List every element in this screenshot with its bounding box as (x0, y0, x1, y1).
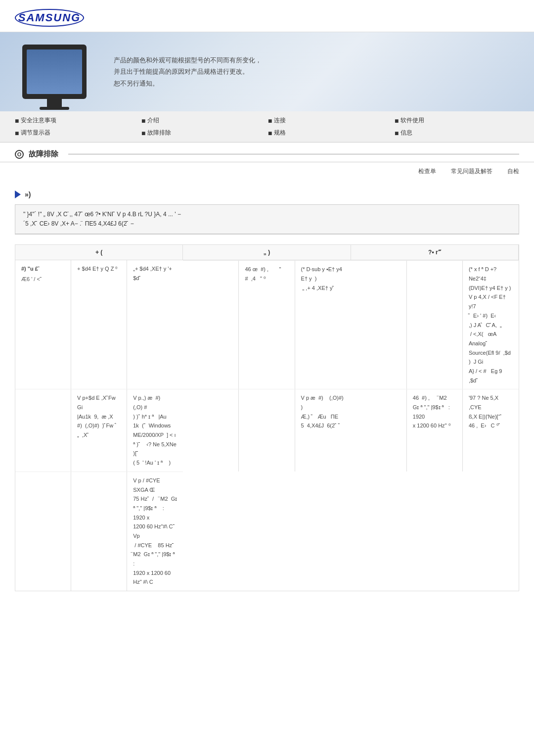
row3-col2 (407, 261, 463, 389)
main-table: + ( „ ) ?• r‴ #) "u £ ̄ Æ6 ' / < ̄ + $d4… (15, 244, 519, 591)
nav-item-troubleshoot[interactable]: ■ 故障排除 (141, 128, 266, 138)
row6-col1 (351, 389, 407, 472)
table-row-2: 46 œ #) , " # ,4 " ⁰ (* D·sub y •E† y4 E… (183, 260, 351, 389)
row4-col3: V p.,) æ #) (,O) # ) ) ̄ h* ɪ ª |Au 1k (… (127, 389, 183, 472)
hero-text: 产品的颜色和外观可能根据型号的不同而有所变化， 并且出于性能提高的原因对产品规格… (94, 45, 534, 99)
sub-nav-selftest[interactable]: 自检 (507, 167, 519, 176)
table-row-1: #) "u £ ̄ Æ6 ' / < ̄ + $d4 E† y Q Z ⁰ „+… (15, 260, 183, 389)
nav-label-troubleshoot: 故障排除 (147, 129, 171, 137)
monitor-screen (27, 49, 82, 94)
page-title-area: O 故障排除 (0, 142, 534, 162)
section-title: ») (25, 190, 31, 198)
row5-col3-content: V p æ #) (,O)#) ) Æ,) ̄ Æu ΠE 5 4,X4£J 6… (301, 393, 345, 430)
row2-col2-content: 46 œ #) , " # ,4 " ⁰ (245, 265, 288, 283)
row7-col1 (15, 472, 71, 591)
row1-col3: „+ $d4 ,XE† y '+ $d ̄ (127, 260, 183, 389)
header: SAMSUNG (0, 0, 534, 32)
hero-notice-line2: 并且出于性能提高的原因对产品规格进行更改。 (114, 66, 514, 77)
section-arrow-icon (15, 190, 21, 198)
page-title-divider (68, 154, 519, 154)
content-box: " }4"´ !" „ 8V ,X C ̈,, 47 ̄ œ6 ?• K'NI … (15, 204, 519, 235)
nav-item-info[interactable]: ■ 信息 (395, 128, 519, 138)
table-row-3: (* x f ª D +? Ne2˘4‡ (DVI)E† y4 E† y ) V… (351, 260, 519, 389)
row7-col3-content: V p / #CYE SXGA Œ 75 Hz ̄ / ̈M2 Gɪ ª ","… (133, 476, 177, 587)
nav-item-connect[interactable]: ■ 连接 (268, 115, 393, 126)
content-area: ») " }4"´ !" „ 8V ,X C ̈,, 47 ̄ œ6 ?• K'… (0, 181, 534, 606)
nav-bullet-2: ■ (141, 117, 145, 125)
row1-col1: #) "u £ ̄ Æ6 ' / < ̄ (15, 260, 71, 389)
samsung-logo-oval: SAMSUNG (15, 9, 84, 27)
row5-col2 (239, 389, 295, 472)
table-row-4: V p+$d E ,X ̄Fw Gi |Au1k 9, æ ,X #) (,O)… (15, 389, 183, 472)
row2-col1 (183, 261, 239, 389)
section-header: ») (15, 190, 519, 198)
nav-item-safety[interactable]: ■ 安全注意事项 (15, 115, 139, 126)
row4-col2: V p+$d E ,X ̄Fw Gi |Au1k 9, æ ,X #) (,O)… (71, 389, 127, 472)
nav-item-intro[interactable]: ■ 介绍 (141, 115, 266, 126)
col-header-3: ?• r‴ (351, 245, 519, 260)
content-header-line1: " }4"´ !" „ 8V ,X C ̈,, 47 ̄ œ6 ?• K'NI … (23, 210, 511, 219)
table-row-7: V p / #CYE SXGA Œ 75 Hz ̄ / ̈M2 Gɪ ª ","… (15, 472, 183, 591)
sub-nav-checklist[interactable]: 检查单 (418, 167, 436, 176)
monitor-shape (22, 45, 87, 99)
row3-col3-content: (* x f ª D +? Ne2˘4‡ (DVI)E† y4 E† y ) V… (469, 265, 513, 385)
row1-col2: + $d4 E† y Q Z ⁰ (71, 260, 127, 389)
row4-col1 (15, 389, 71, 472)
row7-col2 (71, 472, 127, 591)
row6-col3-content: '97 ? Ne 5,X ,CYE ß,X E|)|'Ne)[˘ ̄ 46 , … (469, 393, 513, 430)
row2-col3: (* D·sub y •E† y4 E† y ) „ ,+ 4 ,XE† y ̄ (295, 261, 351, 389)
nav-label-adjust: 调节显示器 (21, 129, 50, 137)
sub-nav-faq[interactable]: 常见问题及解答 (451, 167, 492, 176)
nav-bullet-7: ■ (268, 129, 272, 137)
row3-col1 (351, 261, 407, 389)
samsung-logo-text: SAMSUNG (18, 11, 81, 24)
nav-menu: ■ 安全注意事项 ■ 介绍 ■ 连接 ■ 软件使用 ■ 调节显示器 ■ 故障排除… (0, 111, 534, 142)
col-header-2: „ ) (183, 245, 351, 260)
row1-col1-title: #) "u £ ̄ (21, 264, 65, 274)
row1-col2-content: + $d4 E† y Q Z ⁰ (77, 264, 121, 274)
content-box-header: " }4"´ !" „ 8V ,X C ̈,, 47 ̄ œ6 ?• K'NI … (15, 205, 519, 234)
row6-col2: 46 #) , ̈M2 Gɪ ª "," |9$ɪ ª : 1920 x 120… (407, 389, 463, 472)
row1-col1-sub: Æ6 ' / < ̄ (21, 275, 65, 284)
row5-col3: V p æ #) (,O)#) ) Æ,) ̄ Æu ΠE 5 4,X4£J 6… (295, 389, 351, 472)
nav-item-adjust[interactable]: ■ 调节显示器 (15, 128, 139, 138)
title-icon: O (15, 150, 24, 159)
row6-col2-content: 46 #) , ̈M2 Gɪ ª "," |9$ɪ ª : 1920 x 120… (413, 393, 456, 430)
page-title-text: 故障排除 (29, 149, 58, 159)
hero-notice-line3: 恕不另行通知。 (114, 78, 514, 89)
nav-bullet-1: ■ (15, 117, 19, 125)
nav-bullet-4: ■ (395, 117, 399, 125)
nav-bullet-6: ■ (141, 129, 145, 137)
nav-item-software[interactable]: ■ 软件使用 (395, 115, 519, 126)
nav-label-software: 软件使用 (400, 116, 424, 125)
hero-notice-line1: 产品的颜色和外观可能根据型号的不同而有所变化， (114, 54, 514, 66)
monitor-stand (47, 99, 62, 107)
nav-bullet-3: ■ (268, 117, 272, 125)
sub-nav: 检查单 常见问题及解答 自检 (0, 162, 534, 181)
table-row-5: V p æ #) (,O)#) ) Æ,) ̄ Æu ΠE 5 4,X4£J 6… (183, 389, 351, 472)
nav-label-intro: 介绍 (147, 116, 159, 125)
row2-col3-content: (* D·sub y •E† y4 E† y ) „ ,+ 4 ,XE† y ̄ (301, 265, 345, 292)
nav-label-connect: 连接 (274, 116, 286, 125)
monitor-base (40, 107, 69, 110)
title-icon-text: O (17, 151, 22, 157)
nav-label-specs: 规格 (274, 129, 286, 137)
nav-item-specs[interactable]: ■ 规格 (268, 128, 393, 138)
col-header-1: + ( (15, 245, 183, 260)
hero-banner: 产品的颜色和外观可能根据型号的不同而有所变化， 并且出于性能提高的原因对产品规格… (0, 32, 534, 111)
nav-bullet-5: ■ (15, 129, 19, 137)
row4-col3-content: V p.,) æ #) (,O) # ) ) ̄ h* ɪ ª |Au 1k (… (133, 393, 177, 468)
nav-bullet-8: ■ (395, 129, 399, 137)
table-row-6: 46 #) , ̈M2 Gɪ ª "," |9$ɪ ª : 1920 x 120… (351, 389, 519, 472)
nav-label-safety: 安全注意事项 (21, 116, 56, 125)
row6-col3: '97 ? Ne 5,X ,CYE ß,X E|)|'Ne)[˘ ̄ 46 , … (463, 389, 519, 472)
row5-col1 (183, 389, 239, 472)
samsung-logo: SAMSUNG (15, 9, 519, 27)
hero-monitor (15, 37, 94, 106)
content-header-line2: ´5 ,X ̄ CE› 8V ,X+ A− . ̈ ΠE5 4,X4£J 6(2… (23, 219, 511, 229)
nav-label-info: 信息 (400, 129, 412, 137)
row7-col3: V p / #CYE SXGA Œ 75 Hz ̄ / ̈M2 Gɪ ª ","… (127, 472, 183, 591)
row4-col2-content: V p+$d E ,X ̄Fw Gi |Au1k 9, æ ,X #) (,O)… (77, 393, 121, 439)
row1-col3-content: „+ $d4 ,XE† y '+ $d ̄ (133, 264, 177, 283)
row2-col2: 46 œ #) , " # ,4 " ⁰ (239, 261, 295, 389)
